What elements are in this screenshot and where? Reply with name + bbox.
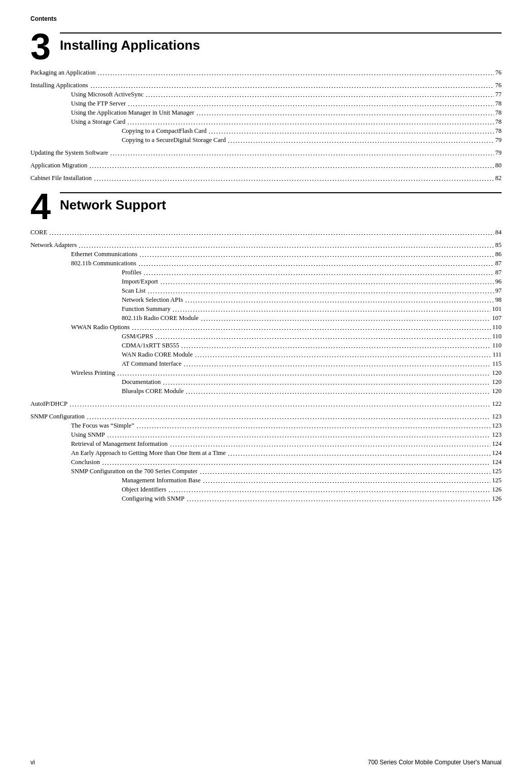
toc-dots (86, 413, 490, 420)
toc-entry-label: WAN Radio CORE Module (122, 351, 193, 359)
toc-entry: Ethernet Communications86 (30, 251, 502, 258)
toc-entry-label: Function Summary (122, 305, 170, 313)
toc-entry: Using Microsoft ActiveSync77 (30, 91, 502, 98)
toc-entry-label: An Early Approach to Getting More than O… (71, 449, 226, 457)
toc-page-number: 98 (495, 296, 502, 304)
toc-entry-label: WWAN Radio Options (71, 324, 130, 331)
toc-entry-label: The Focus was “Simple” (71, 422, 134, 430)
toc-entry-label: 802.11b Communications (71, 260, 136, 267)
chapter-title: Network Support (60, 192, 502, 213)
toc-entry-label: Import/Export (122, 278, 158, 286)
toc-dots (78, 241, 493, 249)
toc-entry: Object Identifiers126 (30, 486, 502, 493)
toc-entry: Bluealps CORE Module120 (30, 387, 502, 395)
toc-page-number: 125 (492, 468, 502, 475)
toc-entry: Configuring with SNMP126 (30, 495, 502, 503)
toc-page-number: 78 (495, 127, 502, 135)
footer-right: 700 Series Color Mobile Computer User's … (368, 759, 502, 766)
toc-entry: Management Information Base125 (30, 477, 502, 484)
toc-dots (200, 314, 491, 322)
toc-page-number: 84 (495, 229, 502, 236)
chapter-number: 4 (30, 188, 51, 225)
toc-dots (89, 162, 493, 169)
toc-page-number: 110 (492, 333, 502, 340)
toc-dots (160, 278, 494, 285)
toc-entry-label: Using a Storage Card (71, 118, 125, 126)
toc-page-number: 111 (492, 351, 502, 359)
toc-dots (227, 136, 493, 144)
footer-left: vi (30, 759, 35, 766)
toc-entry-label: Application Migration (30, 162, 87, 169)
toc-dots (186, 495, 491, 502)
toc-entry: Updating the System Software79 (30, 149, 502, 157)
toc-dots (194, 351, 491, 358)
chapter-number: 3 (30, 28, 51, 65)
toc-dots (97, 69, 493, 76)
chapter-block: 3Installing Applications (30, 32, 502, 65)
toc-dots (127, 118, 493, 125)
toc-entry: WAN Radio CORE Module111 (30, 351, 502, 359)
chapter-block: 4Network Support (30, 192, 502, 225)
toc-entry: Packaging an Application76 (30, 69, 502, 77)
toc-dots (145, 91, 493, 98)
toc-entry-label: GSM/GPRS (122, 333, 153, 340)
toc-page-number: 86 (495, 251, 502, 258)
toc-page-number: 123 (492, 422, 502, 430)
toc-entry-label: AutoIP/DHCP (30, 400, 67, 408)
toc-dots (131, 324, 491, 331)
toc-page-number: 126 (492, 486, 502, 493)
toc-dots (110, 149, 493, 156)
toc-page-number: 124 (492, 458, 502, 466)
toc-page-number: 123 (492, 413, 502, 420)
toc-dots (185, 387, 490, 395)
toc-entry: Wireless Printing120 (30, 369, 502, 377)
toc-entry: An Early Approach to Getting More than O… (30, 449, 502, 457)
toc-entry: Using a Storage Card78 (30, 118, 502, 126)
toc-entry: Network Selection APIs98 (30, 296, 502, 304)
toc-entry: Copying to a CompactFlash Card78 (30, 127, 502, 135)
toc-entry-label: Management Information Base (122, 477, 201, 484)
toc-page-number: 97 (495, 287, 502, 295)
toc-entries: Packaging an Application76Installing App… (30, 69, 502, 182)
toc-entry-label: CDMA/1xRTT SB555 (122, 342, 179, 349)
toc-entry-label: AT Command Interface (122, 360, 182, 368)
toc-dots (139, 251, 494, 258)
toc-entry-label: Ethernet Communications (71, 251, 137, 258)
toc-dots (90, 82, 494, 89)
toc-page-number: 79 (495, 136, 502, 144)
toc-dots (199, 468, 491, 475)
toc-page-number: 87 (495, 269, 502, 276)
toc-entry-label: Scan List (122, 287, 146, 295)
toc-page-number: 122 (492, 400, 502, 408)
toc-entry-label: Using SNMP (71, 431, 105, 439)
toc-dots (227, 449, 490, 456)
toc-page-number: 115 (492, 360, 502, 368)
toc-dots (117, 369, 491, 376)
toc-entry: Using the FTP Server78 (30, 100, 502, 108)
toc-page-number: 120 (492, 378, 502, 386)
toc-page-number: 76 (495, 69, 502, 77)
toc-entry: CDMA/1xRTT SB555110 (30, 342, 502, 349)
toc-entry: AT Command Interface115 (30, 360, 502, 368)
toc-dots (172, 305, 490, 312)
toc-page-number: 124 (492, 449, 502, 457)
toc-dots (69, 400, 490, 407)
toc-entry: Profiles87 (30, 269, 502, 276)
toc-page-number: 78 (495, 100, 502, 108)
toc-entry-label: Packaging an Application (30, 69, 95, 77)
toc-page-number: 124 (492, 440, 502, 448)
toc-entry-label: Network Selection APIs (122, 296, 183, 304)
toc-dots (168, 486, 490, 493)
toc-entry: Installing Applications76 (30, 82, 502, 89)
toc-entry-label: Installing Applications (30, 82, 88, 89)
toc-entry: The Focus was “Simple”123 (30, 422, 502, 430)
toc-dots (127, 100, 493, 107)
toc-dots (202, 477, 491, 484)
toc-dots (162, 378, 490, 385)
toc-entry-label: Cabinet File Installation (30, 174, 92, 182)
toc-entry-label: Using the FTP Server (71, 100, 126, 108)
toc-entry: Documentation120 (30, 378, 502, 386)
toc-dots (136, 422, 491, 429)
toc-page-number: 87 (495, 260, 502, 267)
toc-entry: SNMP Configuration123 (30, 413, 502, 420)
